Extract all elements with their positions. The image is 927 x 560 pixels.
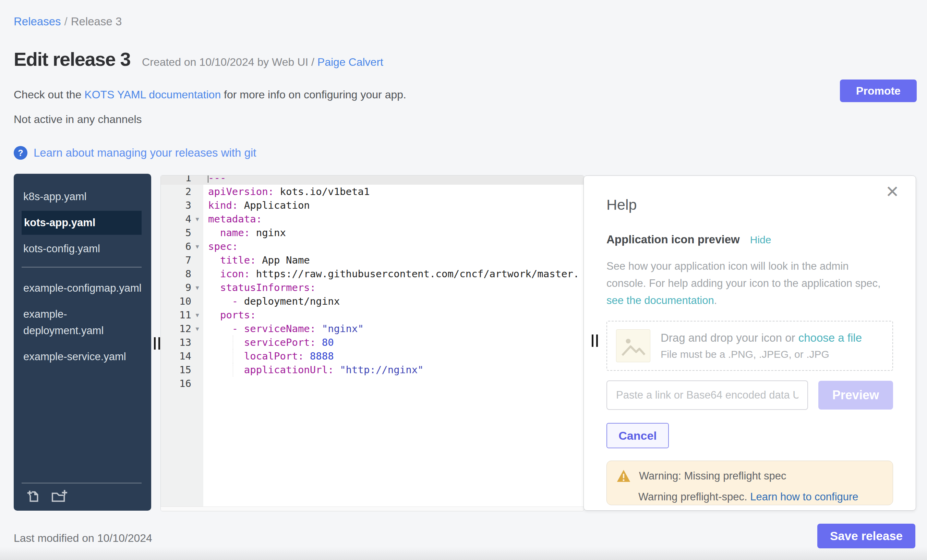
line-number: 5 [161,227,191,238]
yaml-code-editor[interactable]: 1--- 2apiVersion: kots.io/v1beta1 3kind:… [160,175,584,511]
line-number: 8 [161,268,191,280]
created-text: Created on 10/10/2024 by Web UI / [142,56,318,68]
help-panel: ✕ Help Application icon preview Hide See… [584,176,916,511]
code-line[interactable]: 9 statusInformers: [161,281,584,294]
line-number: 7 [161,254,191,266]
image-placeholder-icon [616,329,650,362]
icon-url-input[interactable] [606,380,808,410]
question-icon: ? [14,146,27,160]
code-text: localPort: 8888 [203,350,334,362]
git-help-row[interactable]: ? Learn about managing your releases wit… [14,146,256,160]
fold-arrow-icon[interactable] [191,242,203,250]
icon-dropzone[interactable]: Drag and drop your icon or choose a file… [606,321,893,371]
line-number: 6 [161,241,191,252]
learn-how-to-configure-link[interactable]: Learn how to configure [750,491,858,503]
code-text: applicationUrl: "http://nginx" [203,364,424,376]
dropzone-text: Drag and drop your icon or [661,331,798,344]
code-line[interactable]: 5 name: nginx [161,226,584,240]
line-number: 13 [161,337,191,348]
code-line[interactable]: 1--- [161,175,584,185]
description-line-1: See how your application icon will look … [606,258,893,275]
line-number: 10 [161,296,191,307]
warning-detail: Warning preflight-spec. Learn how to con… [638,491,893,503]
preflight-warning-box: Warning: Missing preflight spec Warning … [606,461,893,505]
line-number: 4 [161,213,191,225]
line-number: 3 [161,199,191,211]
code-line[interactable]: 16 [161,376,584,390]
help-panel-resize-handle[interactable] [592,334,598,347]
docs-text-after: for more info on configuring your app. [221,88,406,101]
code-line[interactable]: 2apiVersion: kots.io/v1beta1 [161,185,584,199]
code-text: - serviceName: "nginx" [203,323,364,334]
editor-horizontal-scrollbar[interactable] [161,507,584,511]
fold-arrow-icon[interactable] [191,284,203,291]
text-cursor [208,175,208,183]
cancel-button[interactable]: Cancel [606,423,669,448]
code-text: apiVersion: kots.io/v1beta1 [203,186,369,197]
code-text: ports: [203,309,256,321]
code-text: name: nginx [203,227,286,238]
code-line[interactable]: 11 ports: [161,308,584,322]
sidebar-resize-handle[interactable] [154,337,160,349]
page-title: Edit release 3 [14,48,130,70]
code-line[interactable]: 4metadata: [161,212,584,226]
git-releases-link[interactable]: Learn about managing your releases with … [33,146,256,159]
file-item-example-configmap[interactable]: example-configmap.yaml [14,277,151,299]
docs-text-before: Check out the [14,88,84,101]
fold-arrow-icon[interactable] [191,311,203,319]
code-line[interactable]: 8 icon: https://raw.githubusercontent.co… [161,267,584,281]
line-number: 11 [161,309,191,321]
line-number: 15 [161,364,191,376]
close-icon[interactable]: ✕ [886,182,899,201]
description-line-2: console. For help adding your icon to th… [606,275,893,292]
breadcrumb: Releases/Release 3 [14,15,122,28]
save-release-button[interactable]: Save release [817,524,915,548]
code-text: title: App Name [203,254,310,266]
channel-status: Not active in any channels [14,113,142,126]
add-file-icon[interactable] [26,488,41,504]
preview-button[interactable]: Preview [818,381,893,410]
code-line[interactable]: 12 - serviceName: "nginx" [161,322,584,335]
code-text: statusInformers: [203,282,316,293]
hide-link[interactable]: Hide [750,234,771,246]
code-line[interactable]: 7 title: App Name [161,253,584,267]
title-row: Edit release 3 Created on 10/10/2024 by … [14,48,383,70]
code-text: --- [203,175,226,184]
kots-yaml-docs-link[interactable]: KOTS YAML documentation [84,88,221,101]
line-number: 9 [161,282,191,293]
code-line[interactable]: 13 servicePort: 80 [161,335,584,349]
icon-preview-description: See how your application icon will look … [606,258,893,309]
code-text: kind: Application [203,199,310,211]
created-info: Created on 10/10/2024 by Web UI / Paige … [142,56,383,68]
file-item-k8s-app[interactable]: k8s-app.yaml [14,185,151,208]
warning-triangle-icon [616,469,631,483]
docs-line: Check out the KOTS YAML documentation fo… [14,88,406,101]
add-folder-icon[interactable] [50,488,68,504]
code-line[interactable]: 6spec: [161,240,584,253]
breadcrumb-current: Release 3 [71,15,122,28]
code-text: icon: https://raw.githubusercontent.com/… [203,268,579,280]
bottom-fade [0,547,927,560]
line-number: 12 [161,323,191,334]
fold-arrow-icon[interactable] [191,215,203,223]
file-item-example-service[interactable]: example-service.yaml [14,346,151,368]
file-item-kots-app-selected[interactable]: kots-app.yaml [21,211,141,235]
code-line[interactable]: 14 localPort: 8888 [161,349,584,363]
file-item-kots-config[interactable]: kots-config.yaml [14,238,151,260]
line-number: 1 [161,175,191,184]
author-link[interactable]: Paige Calvert [318,56,383,68]
code-line[interactable]: 3kind: Application [161,199,584,212]
line-number: 2 [161,186,191,197]
warning-detail-text: Warning preflight-spec. [638,491,750,503]
help-panel-title: Help [606,196,893,213]
file-item-example-deployment[interactable]: example-deployment.yaml [14,303,151,342]
code-text: metadata: [203,213,262,225]
fold-arrow-icon[interactable] [191,325,203,333]
breadcrumb-releases-link[interactable]: Releases [14,15,61,28]
see-documentation-link[interactable]: see the documentation [606,294,714,307]
code-line[interactable]: 10 - deployment/nginx [161,294,584,308]
choose-file-link[interactable]: choose a file [798,331,862,344]
code-line[interactable]: 15 applicationUrl: "http://nginx" [161,363,584,376]
promote-button[interactable]: Promote [840,79,917,102]
breadcrumb-separator: / [64,15,68,28]
